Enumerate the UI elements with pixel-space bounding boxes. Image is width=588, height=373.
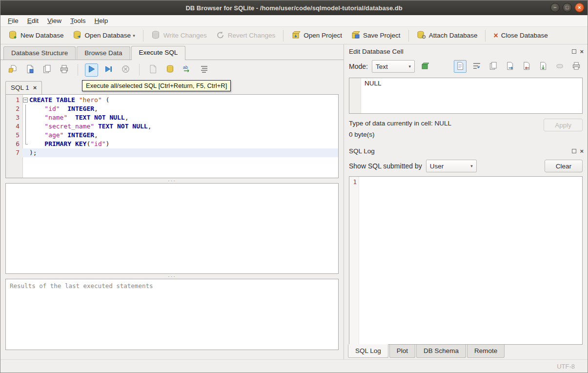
import-cell-button[interactable]: [520, 60, 533, 73]
left-panel: Database Structure Browse Data Execute S…: [0, 44, 344, 359]
print-icon: [572, 62, 581, 72]
toolbar-separator: [485, 30, 486, 41]
close-database-button[interactable]: × Close Database: [489, 30, 551, 41]
new-database-button[interactable]: New Database: [4, 28, 68, 43]
save-sql-file-icon: [25, 64, 35, 75]
open-project-icon: [291, 30, 301, 41]
status-bar: UTF-8: [0, 359, 588, 373]
edit-cell-title: Edit Database Cell: [349, 48, 404, 55]
sql-log-filter-select[interactable]: User ▾: [426, 160, 477, 172]
fold-column: [22, 104, 29, 113]
minimize-button[interactable]: −: [550, 3, 560, 12]
revert-changes-button[interactable]: Revert Changes: [212, 28, 280, 43]
mode-value: Text: [376, 63, 388, 70]
fold-column: [22, 131, 29, 140]
open-project-button[interactable]: Open Project: [287, 28, 346, 43]
title-bar[interactable]: DB Browser for SQLite - /home/user/code/…: [0, 0, 588, 15]
code-text: "id" INTEGER,: [29, 104, 338, 113]
sql-log-title: SQL Log: [349, 147, 375, 155]
close-button[interactable]: ×: [575, 3, 584, 12]
mode-select[interactable]: Text ▾: [372, 60, 415, 73]
tab-execute-sql[interactable]: Execute SQL: [131, 46, 186, 60]
cell-editor-gutter: [349, 78, 361, 113]
dock-float-icon[interactable]: [572, 49, 576, 54]
sql-code-line[interactable]: 2 "id" INTEGER,: [6, 104, 338, 113]
tab-remote[interactable]: Remote: [467, 345, 505, 358]
results-message-pane[interactable]: Results of the last executed statements: [5, 279, 339, 350]
menu-file[interactable]: File: [3, 16, 23, 25]
tab-database-structure[interactable]: Database Structure: [3, 46, 76, 60]
menu-view[interactable]: View: [43, 16, 66, 25]
sql-doc-tab-close-icon[interactable]: ×: [33, 85, 37, 90]
format-sql-button[interactable]: [198, 63, 211, 77]
tab-plot[interactable]: Plot: [389, 345, 415, 358]
attach-database-button[interactable]: Attach Database: [413, 28, 482, 43]
word-wrap-button[interactable]: [470, 60, 483, 73]
set-null-button[interactable]: [553, 60, 566, 73]
tab-db-schema[interactable]: DB Schema: [416, 345, 466, 358]
find-replace-button[interactable]: ab: [181, 63, 194, 77]
save-sql-file-button[interactable]: [23, 63, 37, 77]
sql-doc-tab[interactable]: SQL 1 ×: [5, 81, 42, 94]
open-sql-file-button[interactable]: [6, 63, 20, 77]
menu-tools[interactable]: Tools: [66, 16, 90, 25]
cell-editor-icon-group: [454, 60, 583, 73]
sql-code-line[interactable]: 3 "name" TEXT NOT NULL,: [6, 113, 338, 122]
sql-editor[interactable]: 1−CREATE TABLE "hero" (2 "id" INTEGER,3 …: [5, 94, 339, 178]
encoding-indicator[interactable]: UTF-8: [557, 363, 575, 370]
apply-button[interactable]: Apply: [544, 119, 583, 131]
print-sql-button[interactable]: [58, 63, 71, 77]
save-sql-as-button[interactable]: [41, 63, 54, 77]
sql-code-line[interactable]: 4 "secret_name" TEXT NOT NULL,: [6, 122, 338, 131]
menu-help[interactable]: Help: [90, 16, 113, 25]
code-text: CREATE TABLE "hero" (: [29, 96, 338, 104]
auto-switch-mode-button[interactable]: [419, 60, 431, 73]
export-results-button[interactable]: [146, 63, 160, 77]
stop-button[interactable]: [119, 63, 132, 77]
fold-column: [22, 113, 29, 122]
right-panel: Edit Database Cell × Mode: Text ▾: [344, 44, 588, 359]
sql-code-line[interactable]: 1−CREATE TABLE "hero" (: [6, 96, 338, 104]
save-project-icon: [351, 30, 360, 41]
results-placeholder: Results of the last executed statements: [10, 282, 153, 290]
print-cell-button[interactable]: [570, 60, 583, 73]
write-changes-button[interactable]: Write Changes: [147, 28, 211, 43]
editor-grid-splitter[interactable]: ···: [0, 178, 344, 183]
menu-edit[interactable]: Edit: [23, 16, 43, 25]
save-results-button[interactable]: [163, 63, 177, 77]
execute-all-button[interactable]: [85, 63, 98, 77]
sql-log-controls: Show SQL submitted by User ▾ Clear: [344, 157, 588, 175]
main-toolbar: New Database Open Database ▾ Write Chang…: [0, 27, 588, 44]
sql-log-filter-value: User: [430, 163, 444, 170]
dock-close-icon[interactable]: ×: [580, 149, 584, 153]
fold-toggle-icon[interactable]: −: [22, 96, 29, 104]
open-database-label: Open Database: [85, 32, 131, 39]
dock-float-icon[interactable]: [572, 149, 576, 153]
execute-line-button[interactable]: [102, 63, 115, 77]
copy-cell-button[interactable]: [487, 60, 500, 73]
print-icon: [60, 64, 69, 75]
sql-toolbar-separator: [78, 64, 78, 76]
word-wrap-icon: [472, 62, 481, 72]
paste-cell-button[interactable]: [504, 60, 516, 73]
sql-code-line[interactable]: 5 "age" INTEGER,: [6, 131, 338, 140]
dock-close-icon[interactable]: ×: [580, 49, 584, 54]
clear-button[interactable]: Clear: [545, 160, 583, 172]
sql-code-line[interactable]: 7);: [6, 148, 338, 157]
tab-sql-log[interactable]: SQL Log: [348, 344, 388, 358]
cell-editor[interactable]: NULL: [349, 78, 583, 114]
open-database-button[interactable]: Open Database ▾: [69, 28, 139, 43]
sql-code-line[interactable]: 6 PRIMARY KEY("id"): [6, 140, 338, 148]
cell-size-info: 0 byte(s): [349, 131, 583, 138]
import-icon: [522, 62, 531, 72]
export-cell-button[interactable]: [537, 60, 549, 73]
revert-changes-label: Revert Changes: [228, 32, 276, 39]
grid-results-splitter[interactable]: ···: [0, 274, 344, 279]
tab-browse-data[interactable]: Browse Data: [77, 46, 130, 60]
save-project-button[interactable]: Save Project: [347, 28, 405, 43]
maximize-button[interactable]: □: [563, 3, 572, 12]
sql-log-area[interactable]: 1: [349, 176, 583, 345]
text-mode-button[interactable]: [454, 60, 466, 73]
results-grid[interactable]: [5, 183, 339, 274]
open-database-dropdown-icon[interactable]: ▾: [133, 33, 135, 38]
